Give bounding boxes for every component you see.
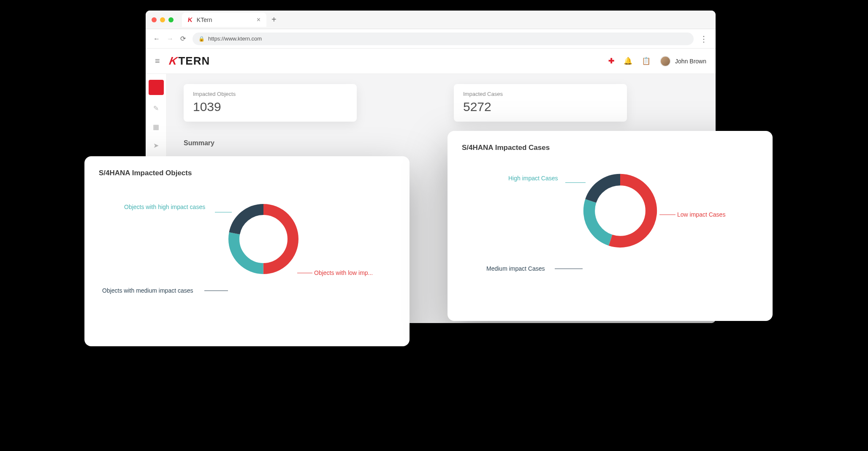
close-window-icon[interactable] [152, 17, 157, 22]
donut-svg [576, 166, 665, 255]
donut-svg [221, 197, 306, 281]
favicon-icon: K [187, 16, 193, 23]
reload-icon[interactable]: ⟳ [180, 35, 186, 43]
window-controls[interactable] [152, 17, 174, 22]
browser-menu-icon[interactable]: ⋯ [699, 35, 709, 43]
metric-label: Impacted Cases [463, 91, 618, 97]
donut-chart-cases: High impact Cases Medium impact Cases Lo… [462, 156, 758, 308]
user-name: John Brown [675, 58, 706, 65]
donut-chart-objects: Objects with high impact cases Objects w… [99, 182, 395, 334]
legend-medium-impact: Medium impact Cases [486, 265, 545, 272]
card-impacted-cases: S/4HANA Impacted Cases High impact Cases… [448, 131, 773, 321]
new-tab-button[interactable]: + [271, 15, 277, 24]
tab-title: KTern [197, 16, 212, 23]
lock-icon: 🔒 [198, 36, 205, 42]
legend-low-impact: Low impact Cases [677, 211, 725, 218]
legend-high-impact: Objects with high impact cases [124, 204, 205, 210]
minimize-window-icon[interactable] [160, 17, 165, 22]
url-bar: ← → ⟳ 🔒 https://www.ktern.com ⋯ [146, 29, 716, 49]
sidebar-item-edit[interactable]: ✎ [151, 103, 162, 114]
metric-value: 1039 [193, 100, 347, 114]
avatar [660, 56, 671, 67]
brand-logo[interactable]: K TERN [169, 54, 210, 68]
brand-mark: K [168, 54, 179, 68]
sidebar-item-home[interactable] [149, 80, 164, 95]
maximize-window-icon[interactable] [168, 17, 174, 22]
legend-medium-impact: Objects with medium impact cases [102, 287, 193, 294]
metric-impacted-objects: Impacted Objects 1039 [184, 84, 357, 122]
forward-icon[interactable]: → [167, 35, 174, 43]
back-icon[interactable]: ← [153, 35, 160, 43]
app-header: ≡ K TERN ✚ 🔔 📋 John Brown [146, 49, 716, 74]
legend-high-impact: High impact Cases [508, 175, 558, 182]
browser-tab[interactable]: K KTern × [182, 13, 266, 27]
add-icon[interactable]: ✚ [608, 57, 614, 65]
user-menu[interactable]: John Brown [660, 56, 706, 67]
metric-impacted-cases: Impacted Cases 5272 [454, 84, 627, 122]
notification-icon[interactable]: 🔔 [624, 57, 632, 65]
metric-value: 5272 [463, 100, 618, 114]
address-bar[interactable]: 🔒 https://www.ktern.com [193, 33, 694, 45]
menu-icon[interactable]: ≡ [155, 56, 160, 66]
brand-name: TERN [178, 54, 210, 68]
sidebar-item-apps[interactable]: ▦ [151, 121, 162, 132]
card-impacted-objects: S/4HANA Impacted Objects Objects with hi… [84, 156, 410, 346]
sidebar-item-send[interactable]: ➤ [151, 140, 162, 151]
close-tab-icon[interactable]: × [257, 16, 260, 24]
calendar-icon[interactable]: 📋 [642, 57, 651, 65]
url-text: https://www.ktern.com [208, 35, 262, 42]
legend-low-impact: Objects with low imp... [314, 269, 373, 276]
metric-label: Impacted Objects [193, 91, 347, 97]
chart-title: S/4HANA Impacted Objects [99, 169, 395, 177]
tab-strip: K KTern × + [146, 11, 716, 29]
chart-title: S/4HANA Impacted Cases [462, 144, 758, 152]
